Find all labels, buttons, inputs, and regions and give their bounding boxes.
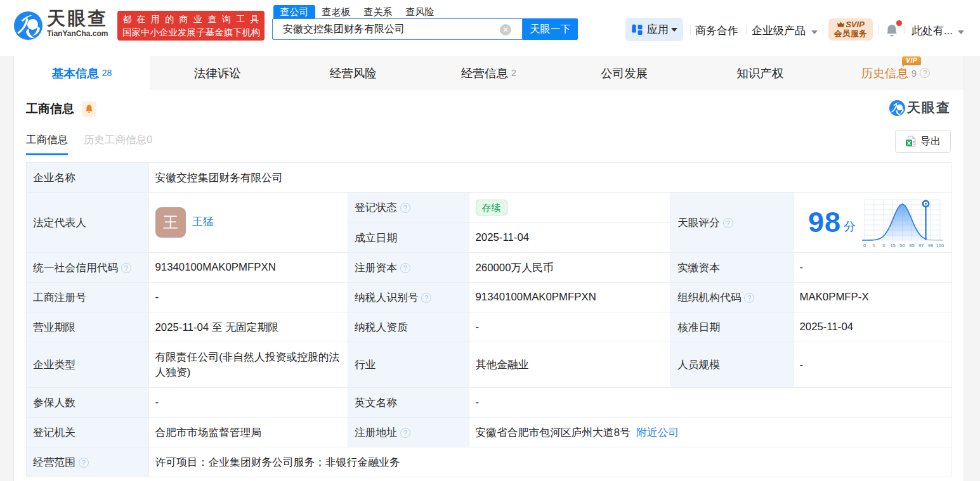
svg-text:15: 15 — [890, 243, 895, 248]
svg-text:1: 1 — [873, 243, 875, 248]
svg-text:99: 99 — [928, 243, 933, 248]
svg-text:100: 100 — [936, 243, 944, 248]
svg-text:50: 50 — [899, 243, 905, 248]
svg-text:3: 3 — [882, 243, 885, 248]
svg-text:0: 0 — [863, 243, 866, 248]
svg-text:85: 85 — [909, 243, 914, 248]
svg-text:97: 97 — [918, 243, 924, 248]
